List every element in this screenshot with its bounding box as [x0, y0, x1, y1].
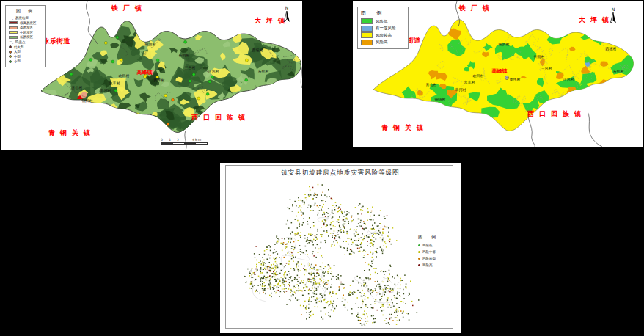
legend-title: 图 例	[9, 8, 43, 15]
village-label: 银洞村	[145, 42, 156, 46]
report-canvas: 图 例 一、易发程度极高易发区高易发区中易发区低易发区二、隐患点特大型大型中型小…	[0, 0, 644, 336]
legend-color-swatch	[9, 21, 18, 24]
village-label: 三合村	[185, 65, 196, 70]
legend-item-label: 风险较高	[422, 257, 436, 260]
legend-item: 有一定风险	[361, 26, 405, 32]
legend-title: 图 例	[418, 234, 455, 241]
village-label: 东窑村	[258, 69, 269, 73]
panel-county-risk-point-map: 镇安县切坡建房点地质灾害风险等级图 图 例 风险低风险中等风险较高风险高	[220, 163, 461, 333]
scale-bar-graphic	[161, 142, 208, 145]
town-label: 永乐街道	[43, 37, 70, 46]
village-label: 青山村	[72, 85, 83, 90]
panel-risk-zoning-map: 图 例 风险低有一定风险风险较高风险高 N 铁厂镇大坪镇永乐街道西口回族镇青铜关…	[353, 1, 643, 147]
legend-item: 大型	[9, 50, 43, 54]
legend-color-swatch	[361, 26, 373, 32]
legend-item: 风险较高	[361, 32, 405, 38]
legend-color-swatch	[361, 32, 373, 38]
village-label: 永丰村	[464, 80, 475, 84]
legend-item: 低易发区	[9, 35, 43, 39]
legend-susceptibility: 图 例 一、易发程度极高易发区高易发区中易发区低易发区二、隐患点特大型大型中型小…	[5, 5, 46, 67]
legend-item-label: 风险较高	[376, 33, 392, 38]
legend-color-swatch	[9, 31, 18, 34]
north-arrow: N	[608, 7, 618, 28]
village-label: 三合村	[541, 66, 552, 70]
legend-item: 小型	[9, 59, 43, 63]
legend-item: 极高易发区	[9, 21, 43, 25]
legend-item-label: 小型	[14, 59, 21, 63]
village-label: 银洞村	[499, 42, 510, 46]
legend-title: 图 例	[361, 10, 405, 17]
village-label: 正河村	[208, 69, 219, 73]
legend-item: 风险中等	[418, 250, 455, 254]
legend-dot-swatch	[418, 264, 420, 266]
legend-item-label: 低易发区	[20, 35, 33, 39]
legend-item-label: 高易发区	[20, 26, 33, 29]
town-label: 铁厂镇	[111, 4, 147, 13]
legend-item-label: 风险高	[376, 40, 388, 45]
town-label: 西口回族镇	[191, 113, 250, 123]
legend-color-swatch	[9, 26, 18, 29]
legend-item: 中型	[9, 55, 43, 59]
legend-dot-swatch	[418, 258, 420, 260]
panel-susceptibility-map: 图 例 一、易发程度极高易发区高易发区中易发区低易发区二、隐患点特大型大型中型小…	[1, 1, 302, 150]
map-title: 镇安县切坡建房点地质灾害风险等级图	[220, 169, 461, 178]
legend-color-swatch	[9, 36, 18, 39]
legend-item-label: 特大型	[14, 45, 24, 49]
village-label: 西坡村	[606, 46, 617, 51]
legend-section-header: 二、隐患点	[9, 40, 43, 44]
village-label: 农科村	[473, 73, 484, 78]
village-label: 丰河村	[100, 88, 111, 92]
legend-item-label: 极高易发区	[20, 21, 37, 25]
legend-dot-swatch	[9, 51, 12, 54]
legend-item-label: 风险低	[376, 19, 388, 24]
village-label: 西坡村	[252, 48, 263, 52]
town-label: 铁厂镇	[459, 4, 494, 13]
village-label: 永丰村	[109, 81, 120, 85]
legend-item: 风险高	[418, 263, 455, 267]
scale-bar: 0 1 2 4km	[161, 138, 208, 145]
legend-item-label: 风险低	[422, 244, 433, 247]
village-label: 青山村	[426, 82, 437, 87]
legend-dot-swatch	[9, 60, 12, 63]
legend-risk: 图 例 风险低有一定风险风险较高风险高	[357, 7, 409, 49]
legend-item: 中易发区	[9, 31, 43, 34]
legend-item: 风险低	[361, 18, 405, 24]
legend-item: 风险低	[418, 244, 455, 247]
north-arrow-icon	[608, 12, 618, 25]
village-label: 铜钱村	[82, 98, 93, 103]
scale-bar-label: 0 1 2 4km	[161, 138, 208, 142]
north-arrow-icon	[282, 10, 292, 23]
legend-item-label: 风险中等	[422, 250, 436, 254]
legend-risk-points: 图 例 风险低风险中等风险较高风险高	[415, 232, 458, 272]
town-label: 西口回族镇	[527, 109, 586, 119]
village-label: 正河村	[563, 77, 574, 81]
legend-item-label: 大型	[14, 50, 21, 54]
legend-item: 高易发区	[9, 26, 43, 29]
village-label: 黄坪村	[154, 78, 165, 82]
legend-item: 风险较高	[418, 257, 455, 260]
legend-item: 特大型	[9, 45, 43, 49]
town-label: 高峰镇	[137, 69, 153, 76]
legend-dot-swatch	[9, 55, 12, 58]
village-label: 丰河村	[455, 87, 466, 92]
town-label: 青铜关镇	[381, 123, 428, 133]
legend-section-header: 一、易发程度	[9, 16, 43, 20]
legend-dot-swatch	[9, 45, 12, 48]
town-label: 高峰镇	[492, 67, 508, 75]
legend-item-label: 中易发区	[20, 31, 33, 34]
village-label: 东窑村	[613, 69, 624, 73]
village-label: 铜钱村	[435, 97, 446, 101]
legend-item-label: 有一定风险	[376, 26, 396, 31]
legend-item-label: 风险高	[422, 263, 433, 267]
legend-item-label: 中型	[14, 55, 21, 59]
village-label: 长哨村	[534, 54, 545, 59]
legend-color-swatch	[361, 18, 373, 24]
legend-dot-swatch	[418, 251, 420, 253]
village-label: 长哨村	[179, 53, 190, 57]
legend-color-swatch	[361, 40, 373, 45]
town-label: 青铜关镇	[48, 128, 95, 138]
village-label: 农科村	[119, 73, 130, 78]
legend-dot-swatch	[418, 244, 420, 246]
village-label: 黄坪村	[510, 77, 521, 81]
north-arrow: N	[282, 6, 292, 26]
